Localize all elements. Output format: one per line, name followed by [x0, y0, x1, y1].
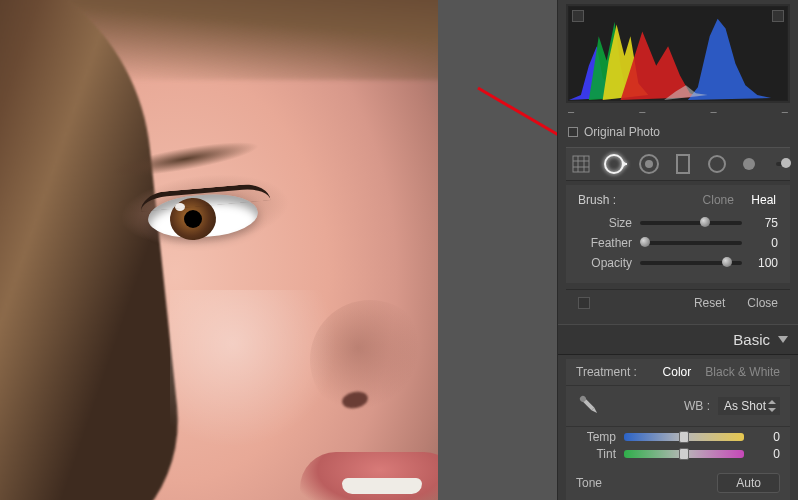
histogram-panel	[566, 4, 790, 103]
temp-label: Temp	[576, 430, 616, 444]
overlay-toggle[interactable]	[578, 297, 590, 309]
radial-filter-tool[interactable]	[704, 151, 730, 177]
redeye-tool[interactable]	[636, 151, 662, 177]
opacity-label: Opacity	[578, 256, 632, 270]
svg-point-9	[743, 158, 755, 170]
size-slider[interactable]	[640, 221, 742, 225]
grad-filter-tool[interactable]	[670, 151, 696, 177]
tint-label: Tint	[576, 447, 616, 461]
original-photo-checkbox[interactable]	[568, 127, 578, 137]
mode-clone[interactable]: Clone	[701, 192, 736, 208]
clip-shadows-toggle[interactable]	[572, 10, 584, 22]
brush-mini-slider[interactable]	[776, 162, 788, 166]
image-canvas[interactable]	[0, 0, 438, 500]
tool-strip	[566, 147, 790, 181]
svg-rect-7	[677, 155, 689, 173]
size-label: Size	[578, 216, 632, 230]
opacity-value[interactable]: 100	[750, 256, 778, 270]
spot-panel-footer: Reset Close	[566, 289, 790, 316]
treatment-color[interactable]: Color	[663, 365, 692, 379]
wb-eyedropper-tool[interactable]	[576, 392, 604, 420]
treatment-bw[interactable]: Black & White	[705, 365, 780, 379]
feather-label: Feather	[578, 236, 632, 250]
svg-point-8	[709, 156, 725, 172]
svg-point-6	[645, 160, 653, 168]
close-button[interactable]: Close	[747, 296, 778, 310]
basic-panel: Treatment : Color Black & White WB : As …	[566, 359, 790, 500]
temp-slider[interactable]	[624, 433, 744, 441]
tint-value[interactable]: 0	[752, 447, 780, 461]
reset-button[interactable]: Reset	[694, 296, 725, 310]
mode-heal[interactable]: Heal	[749, 192, 778, 208]
tint-slider[interactable]	[624, 450, 744, 458]
basic-panel-header[interactable]: Basic	[558, 324, 798, 355]
wb-label: WB :	[684, 399, 710, 413]
feather-value[interactable]: 0	[750, 236, 778, 250]
svg-marker-4	[623, 161, 627, 167]
crop-tool[interactable]	[568, 151, 594, 177]
svg-point-3	[605, 155, 623, 173]
feather-slider[interactable]	[640, 241, 742, 245]
chevron-down-icon	[778, 336, 788, 343]
spot-removal-panel: Brush : Clone Heal Size 75 Feather 0 Opa…	[566, 185, 790, 283]
brush-label: Brush :	[578, 193, 616, 207]
svg-rect-2	[573, 156, 589, 172]
clip-highlights-toggle[interactable]	[772, 10, 784, 22]
size-value[interactable]: 75	[750, 216, 778, 230]
original-photo-label: Original Photo	[584, 125, 660, 139]
histogram[interactable]	[568, 6, 788, 101]
histogram-readout: –– ––	[568, 105, 788, 117]
treatment-label: Treatment :	[576, 365, 637, 379]
brush-tool[interactable]	[738, 151, 764, 177]
temp-value[interactable]: 0	[752, 430, 780, 444]
spot-removal-tool[interactable]	[602, 151, 628, 177]
tone-label: Tone	[576, 476, 602, 490]
develop-right-panel: –– –– Original Photo	[557, 0, 798, 500]
auto-tone-button[interactable]: Auto	[717, 473, 780, 493]
opacity-slider[interactable]	[640, 261, 742, 265]
wb-select[interactable]: As Shot	[718, 397, 780, 415]
